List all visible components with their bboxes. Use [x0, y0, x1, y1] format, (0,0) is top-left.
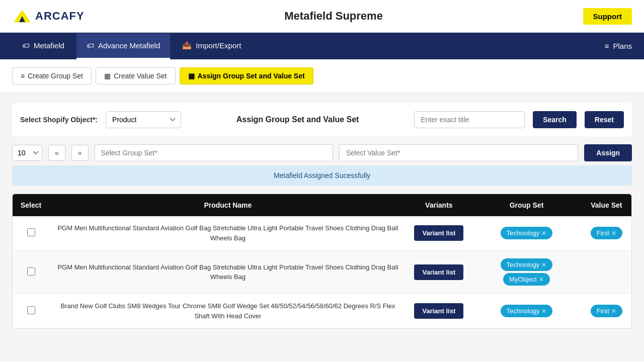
row-2-variants: Variant list	[406, 294, 471, 328]
pagination-next-button[interactable]: »	[71, 145, 89, 161]
row-0-product-name: PGM Men Multifunctional Standard Aviatio…	[49, 216, 406, 250]
col-product-name: Product Name	[49, 194, 406, 216]
row-1-product-name: PGM Men Multifunctional Standard Aviatio…	[49, 250, 406, 294]
content-area: Select Shopify Object*: Product Collecti…	[0, 93, 644, 362]
nav-item-advance-label: Advance Metafield	[98, 41, 160, 50]
row-1-checkbox-cell	[13, 250, 49, 294]
group-set-input[interactable]	[95, 144, 334, 161]
group-set-tag-label: Technology	[507, 261, 540, 268]
table-row: PGM Men Multifunctional Standard Aviatio…	[13, 250, 631, 294]
group-set-tag-remove[interactable]: ✕	[541, 230, 546, 237]
row-2-variant-button[interactable]: Variant list	[414, 303, 463, 319]
group-set-tag-tech3: Technology✕	[501, 305, 553, 317]
sub-nav: ≡ Create Group Set ▦ Create Value Set ▦ …	[0, 59, 644, 93]
products-table-wrapper: Select Product Name Variants Group Set V…	[12, 194, 632, 329]
group-set-tag-label: MyObject	[509, 276, 537, 283]
col-variants: Variants	[406, 194, 471, 216]
nav-item-import-export-label: Import/Export	[196, 41, 241, 50]
row-0-checkbox-cell	[13, 216, 49, 250]
assign-row: 10 25 50 100 « » Assign	[12, 144, 632, 161]
group-set-tag-remove[interactable]: ✕	[541, 261, 546, 268]
nav-item-metafield[interactable]: 🏷 Metafield	[12, 33, 74, 59]
value-set-tag-first1: First✕	[591, 227, 622, 239]
import-export-icon: 📤	[182, 41, 192, 50]
value-set-tag-label: First	[597, 229, 609, 237]
create-group-set-button[interactable]: ≡ Create Group Set	[12, 67, 92, 84]
group-set-tag-label: Technology	[507, 307, 540, 315]
logo-text: ARCAFY	[35, 10, 85, 23]
row-0-checkbox[interactable]	[27, 228, 35, 236]
group-set-tag-tech2: Technology✕	[501, 258, 553, 271]
value-set-tag-first3: First✕	[591, 305, 622, 317]
app-title: Metafield Supreme	[284, 10, 383, 23]
select-object-label: Select Shopify Object*:	[20, 116, 98, 124]
value-set-tag-remove[interactable]: ✕	[611, 308, 616, 315]
list-icon: ≡	[21, 72, 25, 80]
value-set-tag-label: First	[597, 307, 609, 315]
success-banner: Metafield Assigned Sucessfully	[12, 165, 632, 186]
col-select: Select	[13, 194, 49, 216]
row-1-variants: Variant list	[406, 250, 471, 294]
row-2-group-set: Technology✕	[471, 294, 581, 328]
nav-item-metafield-label: Metafield	[34, 41, 64, 50]
row-1-group-set: Technology✕MyObject✕	[471, 250, 581, 294]
row-0-variant-button[interactable]: Variant list	[414, 225, 463, 241]
row-0-variants: Variant list	[406, 216, 471, 250]
search-input[interactable]	[414, 111, 525, 128]
assign-group-set-button[interactable]: ▦ Assign Group Set and Value Set	[180, 67, 313, 84]
row-2-checkbox[interactable]	[27, 306, 35, 314]
col-value-set: Value Set	[582, 194, 631, 216]
group-set-tag-remove[interactable]: ✕	[539, 276, 544, 283]
row-1-variant-button[interactable]: Variant list	[414, 264, 463, 280]
section-title: Assign Group Set and Value Set	[189, 115, 406, 124]
search-button[interactable]: Search	[533, 111, 577, 128]
value-set-tag-remove[interactable]: ✕	[611, 230, 616, 237]
top-bar: ARCAFY Metafield Supreme Support	[0, 0, 644, 33]
nav-plans[interactable]: ≡ Plans	[605, 34, 632, 58]
page-size-select[interactable]: 10 25 50 100	[12, 145, 42, 161]
shopify-object-select[interactable]: Product Collection Customer Order	[106, 111, 181, 128]
plans-label: Plans	[613, 42, 632, 50]
products-table: Select Product Name Variants Group Set V…	[13, 194, 631, 328]
create-value-set-button[interactable]: ▦ Create Value Set	[96, 67, 176, 84]
assign-button[interactable]: Assign	[584, 144, 632, 161]
filter-row: Select Shopify Object*: Product Collecti…	[12, 103, 632, 136]
group-set-tag-remove[interactable]: ✕	[541, 308, 546, 315]
grid-icon: ▦	[104, 72, 111, 80]
nav-item-advance-metafield[interactable]: 🏷 Advance Metafield	[76, 33, 170, 59]
reset-button[interactable]: Reset	[585, 111, 624, 128]
tag-filled-icon: 🏷	[87, 41, 94, 50]
table-header-row: Select Product Name Variants Group Set V…	[13, 194, 631, 216]
plans-icon: ≡	[605, 42, 609, 50]
tag-icon: 🏷	[22, 41, 30, 50]
assign-group-set-label: Assign Group Set and Value Set	[198, 72, 305, 80]
nav-bar: 🏷 Metafield 🏷 Advance Metafield 📤 Import…	[0, 33, 644, 59]
row-2-value-set: First✕	[582, 294, 631, 328]
row-2-checkbox-cell	[13, 294, 49, 328]
nav-item-import-export[interactable]: 📤 Import/Export	[172, 33, 251, 59]
create-group-set-label: Create Group Set	[28, 72, 83, 80]
row-2-product-name: Brand New Golf Clubs SM8 Wedges Tour Chr…	[49, 294, 406, 328]
group-set-tag-tech1: Technology✕	[501, 227, 553, 239]
col-group-set: Group Set	[471, 194, 581, 216]
table-row: Brand New Golf Clubs SM8 Wedges Tour Chr…	[13, 294, 631, 328]
create-value-set-label: Create Value Set	[114, 72, 167, 80]
row-0-value-set: First✕	[582, 216, 631, 250]
assign-grid-icon: ▦	[188, 72, 195, 80]
value-set-input[interactable]	[339, 144, 578, 161]
row-0-group-set: Technology✕	[471, 216, 581, 250]
nav-left: 🏷 Metafield 🏷 Advance Metafield 📤 Import…	[12, 33, 251, 59]
pagination-prev-button[interactable]: «	[48, 145, 65, 161]
group-set-tag-label: Technology	[507, 229, 540, 237]
row-1-checkbox[interactable]	[27, 267, 35, 276]
table-row: PGM Men Multifunctional Standard Aviatio…	[13, 216, 631, 250]
support-button[interactable]: Support	[583, 8, 632, 25]
group-set-tag-myobj2: MyObject✕	[503, 273, 550, 286]
row-1-value-set	[582, 250, 631, 294]
logo: ARCAFY	[12, 6, 85, 26]
